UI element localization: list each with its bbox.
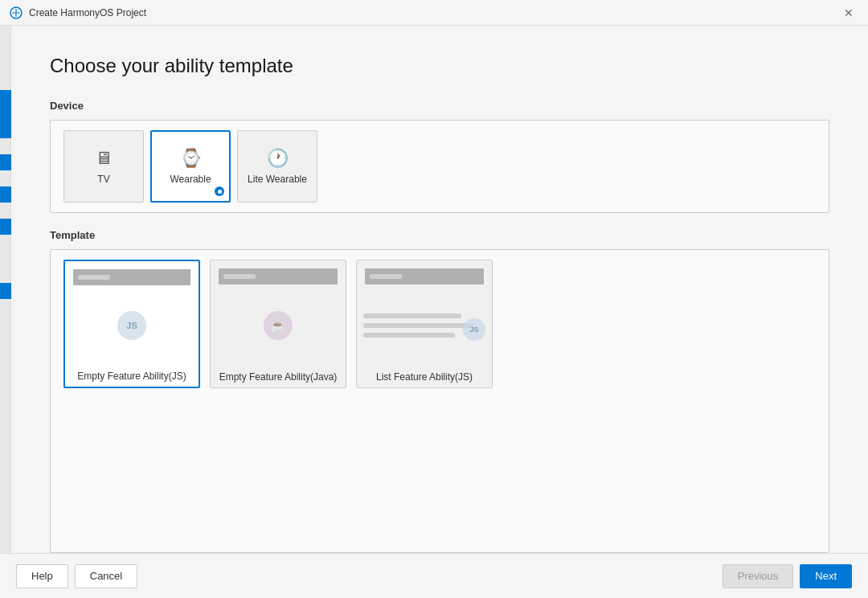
device-name-lite-wearable: Lite Wearable: [248, 174, 307, 185]
footer-left: Help Cancel: [16, 564, 137, 588]
js-badge-list: JS: [463, 318, 485, 341]
template-panel: JS Empty Feature Ability(JS) ☕ Empty Fea…: [50, 249, 829, 553]
page-title: Choose your ability template: [50, 55, 829, 77]
sidebar: [0, 26, 11, 553]
device-card-wearable[interactable]: ⌚ Wearable: [150, 130, 231, 203]
title-bar: Create HarmonyOS Project ✕: [0, 0, 868, 26]
harmony-icon: [10, 6, 23, 19]
template-section-label: Template: [50, 229, 829, 241]
dialog: Create HarmonyOS Project ✕ Choose your a…: [0, 0, 868, 598]
title-bar-text: Create HarmonyOS Project: [29, 7, 839, 18]
device-name-tv: TV: [97, 174, 109, 185]
device-section-label: Device: [50, 100, 829, 112]
template-header-bar: [78, 275, 110, 280]
template-card-empty-java[interactable]: ☕ Empty Feature Ability(Java): [210, 260, 346, 388]
help-button[interactable]: Help: [16, 564, 68, 588]
java-badge: ☕: [264, 311, 293, 340]
main-content: Choose your ability template Device 🖥 TV…: [0, 26, 868, 553]
template-name-list-js: List Feature Ability(JS): [357, 367, 492, 387]
js-badge-1: JS: [117, 311, 146, 340]
template-header-bar-list: [370, 274, 402, 279]
cancel-button[interactable]: Cancel: [75, 564, 137, 588]
template-name-empty-java: Empty Feature Ability(Java): [211, 367, 346, 387]
list-row-2: [363, 323, 473, 328]
content-area: Choose your ability template Device 🖥 TV…: [11, 26, 868, 553]
close-button[interactable]: ✕: [839, 3, 858, 23]
selected-indicator: [215, 186, 224, 196]
wearable-icon: ⌚: [180, 148, 202, 169]
footer: Help Cancel Previous Next: [0, 553, 868, 598]
template-header-empty-js: [73, 269, 190, 285]
next-button[interactable]: Next: [800, 564, 852, 588]
sidebar-step-1: [0, 90, 11, 138]
list-row-1: [363, 313, 461, 318]
device-card-tv[interactable]: 🖥 TV: [63, 130, 144, 203]
template-header-list-js: [365, 268, 484, 285]
template-body-empty-java: ☕: [211, 285, 346, 367]
sidebar-step-4: [0, 219, 11, 235]
device-name-wearable: Wearable: [170, 174, 211, 185]
template-header-bar-java: [223, 274, 256, 279]
template-body-empty-js: JS: [65, 285, 199, 366]
sidebar-step-2: [0, 154, 11, 170]
device-panel: 🖥 TV ⌚ Wearable 🕐 Lite Wearable: [50, 120, 829, 213]
previous-button[interactable]: Previous: [723, 564, 794, 588]
template-card-list-js[interactable]: JS List Feature Ability(JS): [356, 260, 493, 388]
sidebar-step-3: [0, 186, 11, 203]
template-name-empty-js: Empty Feature Ability(JS): [65, 366, 199, 387]
device-card-lite-wearable[interactable]: 🕐 Lite Wearable: [237, 130, 317, 203]
list-row-3: [363, 333, 455, 338]
sidebar-step-5: [0, 283, 11, 299]
template-body-list-js: JS: [357, 285, 492, 367]
lite-wearable-icon: 🕐: [267, 148, 289, 169]
tv-icon: 🖥: [95, 148, 113, 169]
footer-right: Previous Next: [723, 564, 852, 588]
template-header-empty-java: [219, 268, 338, 285]
template-card-empty-js[interactable]: JS Empty Feature Ability(JS): [63, 260, 200, 388]
